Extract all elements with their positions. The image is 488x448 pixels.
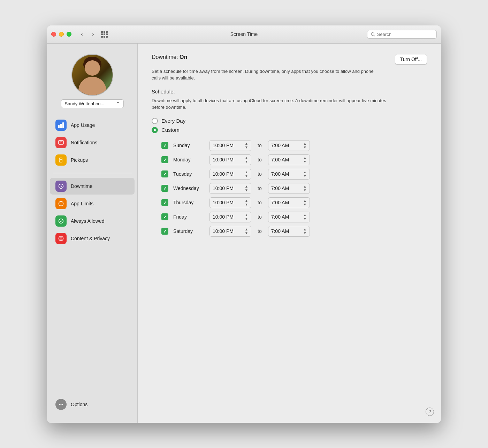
from-step-up-thursday[interactable]: ▲ xyxy=(245,199,248,203)
from-step-up-sunday[interactable]: ▲ xyxy=(245,142,248,145)
every-day-option[interactable]: Every Day xyxy=(152,118,427,124)
to-step-down-friday[interactable]: ▼ xyxy=(303,217,307,221)
to-label-tuesday: to xyxy=(256,171,263,177)
to-time-saturday[interactable]: 7:00 AM ▲ ▼ xyxy=(268,226,310,237)
from-step-up-tuesday[interactable]: ▲ xyxy=(245,170,248,174)
sidebar-item-app-limits[interactable]: App Limits xyxy=(50,195,135,212)
custom-option[interactable]: Custom xyxy=(152,127,427,133)
sidebar-item-downtime[interactable]: Downtime xyxy=(50,178,135,195)
to-label-wednesday: to xyxy=(256,185,263,191)
from-time-thursday[interactable]: 10:00 PM ▲ ▼ xyxy=(209,197,251,208)
sidebar-item-notifications[interactable]: Notifications xyxy=(50,134,135,151)
to-step-up-saturday[interactable]: ▲ xyxy=(303,228,307,231)
checkbox-saturday[interactable]: ✓ xyxy=(161,228,168,235)
to-step-down-sunday[interactable]: ▼ xyxy=(303,146,307,149)
sidebar-item-always-allowed[interactable]: Always Allowed xyxy=(50,213,135,229)
to-step-down-saturday[interactable]: ▼ xyxy=(303,231,307,235)
days-schedule: ✓ Sunday 10:00 PM ▲ ▼ to 7:00 AM ▲ ▼ ✓ M… xyxy=(161,140,427,237)
sidebar-item-app-usage[interactable]: App Usage xyxy=(50,117,135,134)
to-time-thursday[interactable]: 7:00 AM ▲ ▼ xyxy=(268,197,310,208)
to-step-up-friday[interactable]: ▲ xyxy=(303,213,307,217)
from-stepper-thursday: ▲ ▼ xyxy=(245,199,248,206)
turn-off-button[interactable]: Turn Off... xyxy=(395,54,427,64)
from-step-down-thursday[interactable]: ▼ xyxy=(245,203,248,206)
search-box[interactable] xyxy=(367,30,437,39)
from-time-value-tuesday: 10:00 PM xyxy=(213,171,243,177)
from-step-down-friday[interactable]: ▼ xyxy=(245,217,248,221)
from-time-saturday[interactable]: 10:00 PM ▲ ▼ xyxy=(209,226,251,237)
from-time-monday[interactable]: 10:00 PM ▲ ▼ xyxy=(209,154,251,165)
to-step-up-wednesday[interactable]: ▲ xyxy=(303,185,307,188)
to-time-sunday[interactable]: 7:00 AM ▲ ▼ xyxy=(268,140,310,151)
from-time-friday[interactable]: 10:00 PM ▲ ▼ xyxy=(209,212,251,222)
sidebar-item-content-privacy[interactable]: Content & Privacy xyxy=(50,230,135,247)
from-step-up-friday[interactable]: ▲ xyxy=(245,213,248,217)
back-button[interactable]: ‹ xyxy=(77,29,87,39)
checkbox-sunday[interactable]: ✓ xyxy=(161,142,168,149)
svg-rect-8 xyxy=(59,158,62,162)
to-time-value-saturday: 7:00 AM xyxy=(271,228,302,234)
detail-header: Downtime: On Turn Off... xyxy=(152,54,427,64)
to-step-up-tuesday[interactable]: ▲ xyxy=(303,170,307,174)
sidebar-label-app-limits: App Limits xyxy=(71,201,93,206)
checkbox-thursday[interactable]: ✓ xyxy=(161,199,168,206)
from-step-up-wednesday[interactable]: ▲ xyxy=(245,185,248,188)
sidebar-label-always-allowed: Always Allowed xyxy=(71,218,105,224)
day-label-thursday: Thursday xyxy=(173,200,205,205)
grid-button[interactable] xyxy=(99,29,109,39)
svg-point-17 xyxy=(62,404,63,405)
to-step-down-tuesday[interactable]: ▼ xyxy=(303,174,307,178)
every-day-radio[interactable] xyxy=(152,118,158,124)
checkbox-friday[interactable]: ✓ xyxy=(161,213,168,220)
from-step-down-tuesday[interactable]: ▼ xyxy=(245,174,248,178)
from-time-tuesday[interactable]: 10:00 PM ▲ ▼ xyxy=(209,169,251,180)
day-label-friday: Friday xyxy=(173,214,205,220)
checkmark-icon: ✓ xyxy=(163,157,167,162)
maximize-button[interactable] xyxy=(67,32,71,37)
from-time-sunday[interactable]: 10:00 PM ▲ ▼ xyxy=(209,140,251,151)
to-step-down-thursday[interactable]: ▼ xyxy=(303,203,307,206)
from-step-down-sunday[interactable]: ▼ xyxy=(245,146,248,149)
chevron-down-icon: ⌃ xyxy=(116,101,120,106)
to-time-friday[interactable]: 7:00 AM ▲ ▼ xyxy=(268,212,310,222)
to-step-down-wednesday[interactable]: ▼ xyxy=(303,189,307,192)
from-step-up-monday[interactable]: ▲ xyxy=(245,156,248,160)
to-step-up-thursday[interactable]: ▲ xyxy=(303,199,307,203)
svg-point-9 xyxy=(61,160,61,161)
checkmark-icon: ✓ xyxy=(163,172,167,177)
sidebar-divider xyxy=(53,173,132,173)
to-time-monday[interactable]: 7:00 AM ▲ ▼ xyxy=(268,154,310,165)
custom-radio[interactable] xyxy=(152,127,158,133)
forward-button[interactable]: › xyxy=(88,29,98,39)
sidebar-item-pickups[interactable]: Pickups xyxy=(50,152,135,168)
user-selector[interactable]: Sandy Writtenhou... ⌃ xyxy=(61,99,124,108)
checkmark-icon: ✓ xyxy=(163,200,167,205)
to-step-up-monday[interactable]: ▲ xyxy=(303,156,307,160)
checkbox-wednesday[interactable]: ✓ xyxy=(161,185,168,192)
sidebar-label-pickups: Pickups xyxy=(71,157,88,163)
from-step-down-monday[interactable]: ▼ xyxy=(245,160,248,164)
sidebar-item-options[interactable]: Options xyxy=(50,396,135,413)
close-button[interactable] xyxy=(51,32,56,37)
to-time-wednesday[interactable]: 7:00 AM ▲ ▼ xyxy=(268,183,310,194)
main-window: ‹ › Screen Time xyxy=(47,25,441,423)
help-button[interactable]: ? xyxy=(426,408,434,416)
to-stepper-friday: ▲ ▼ xyxy=(303,213,307,221)
day-row-monday: ✓ Monday 10:00 PM ▲ ▼ to 7:00 AM ▲ ▼ xyxy=(161,154,427,165)
from-step-down-saturday[interactable]: ▼ xyxy=(245,231,248,235)
to-time-tuesday[interactable]: 7:00 AM ▲ ▼ xyxy=(268,169,310,180)
to-stepper-saturday: ▲ ▼ xyxy=(303,228,307,235)
checkmark-icon: ✓ xyxy=(163,229,167,234)
checkbox-monday[interactable]: ✓ xyxy=(161,156,168,163)
to-step-up-sunday[interactable]: ▲ xyxy=(303,142,307,145)
from-step-down-wednesday[interactable]: ▼ xyxy=(245,189,248,192)
minimize-button[interactable] xyxy=(59,32,64,37)
from-step-up-saturday[interactable]: ▲ xyxy=(245,228,248,231)
to-step-down-monday[interactable]: ▼ xyxy=(303,160,307,164)
avatar xyxy=(71,54,113,96)
checkbox-tuesday[interactable]: ✓ xyxy=(161,170,168,177)
from-time-wednesday[interactable]: 10:00 PM ▲ ▼ xyxy=(209,183,251,194)
sidebar-label-notifications: Notifications xyxy=(71,140,97,145)
to-time-value-sunday: 7:00 AM xyxy=(271,143,302,148)
search-input[interactable] xyxy=(377,32,433,37)
